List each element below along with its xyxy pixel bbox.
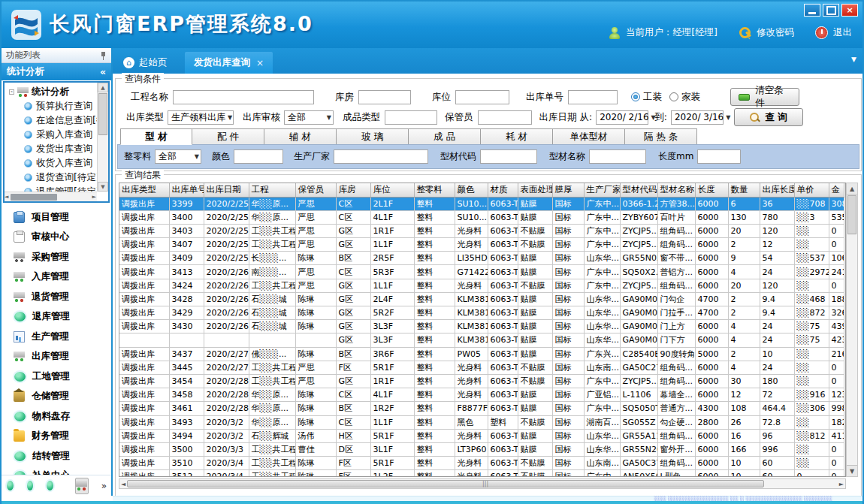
- table-cell[interactable]: 6063-T5: [488, 265, 518, 279]
- table-cell[interactable]: 国标: [552, 279, 584, 292]
- table-cell[interactable]: 国标: [552, 442, 584, 456]
- table-cell[interactable]: 国标: [552, 470, 584, 477]
- table-cell[interactable]: 严思: [295, 374, 336, 388]
- table-cell[interactable]: 4L1F: [370, 388, 414, 402]
- table-cell[interactable]: ░░: [794, 457, 829, 470]
- table-cell[interactable]: 整料: [414, 402, 455, 415]
- table-cell[interactable]: 山东华...: [584, 320, 620, 333]
- table-cell[interactable]: 整料: [414, 238, 455, 252]
- table-cell[interactable]: 调拨出库: [119, 429, 169, 442]
- table-cell[interactable]: 贴膜: [518, 210, 552, 224]
- table-cell[interactable]: 山东华...: [584, 306, 620, 320]
- table-cell[interactable]: 陈琳: [295, 320, 336, 333]
- table-cell[interactable]: 贴膜: [518, 333, 552, 347]
- table-cell[interactable]: L型角...: [657, 470, 695, 477]
- location-input[interactable]: [455, 90, 509, 104]
- table-cell[interactable]: 108: [728, 402, 760, 415]
- column-header[interactable]: 出库单号: [169, 183, 204, 197]
- table-cell[interactable]: ░░537: [794, 252, 829, 265]
- column-header[interactable]: 生产厂家: [584, 183, 620, 197]
- sidebar-item-green-dot[interactable]: 补单中心: [2, 466, 111, 475]
- table-cell[interactable]: 166: [728, 442, 760, 456]
- table-cell[interactable]: 广东中...: [584, 470, 620, 477]
- table-cell[interactable]: 0: [829, 442, 844, 456]
- table-cell[interactable]: 严思: [295, 210, 336, 224]
- table-cell[interactable]: 0: [829, 224, 844, 237]
- table-cell[interactable]: 不贴膜: [518, 224, 552, 237]
- table-cell[interactable]: 国标: [552, 265, 584, 279]
- table-cell[interactable]: 陈琳: [295, 457, 336, 470]
- table-cell[interactable]: 12: [760, 238, 794, 252]
- table-row[interactable]: 调拨出库34542020/2/28工░░共工程严思G区1R1F整料光身料6063…: [119, 374, 844, 388]
- table-cell[interactable]: 国标: [552, 429, 584, 442]
- table-cell[interactable]: 陈琳: [295, 402, 336, 415]
- table-cell[interactable]: 3L3F: [370, 333, 414, 347]
- table-cell[interactable]: GR55N26: [620, 442, 657, 456]
- table-cell[interactable]: 1L1F: [370, 415, 414, 429]
- material-tab[interactable]: 辅 材: [264, 128, 337, 145]
- table-cell[interactable]: 门上方: [657, 320, 695, 333]
- table-cell[interactable]: 5R3F: [370, 265, 414, 279]
- table-cell[interactable]: 3510: [169, 457, 204, 470]
- table-cell[interactable]: 工░░共工程: [249, 442, 295, 456]
- table-cell[interactable]: 0366-1.2: [620, 197, 657, 210]
- tree-root-statistics[interactable]: - 统计分析: [5, 84, 97, 99]
- table-cell[interactable]: 2R5F: [370, 252, 414, 265]
- table-cell[interactable]: 陈琳: [295, 470, 336, 477]
- table-cell[interactable]: 6000: [695, 252, 728, 265]
- length-input[interactable]: [697, 149, 741, 164]
- table-cell[interactable]: 陈琳: [295, 252, 336, 265]
- table-cell[interactable]: F区: [336, 457, 370, 470]
- table-cell[interactable]: 不贴膜: [518, 238, 552, 252]
- table-cell[interactable]: 汤伟: [295, 429, 336, 442]
- table-cell[interactable]: 216: [829, 347, 844, 361]
- table-cell[interactable]: 10: [760, 347, 794, 361]
- table-cell[interactable]: 36: [760, 197, 794, 210]
- table-cell[interactable]: 2020/2/28: [204, 374, 249, 388]
- table-cell[interactable]: 2L1F: [370, 197, 414, 210]
- table-cell[interactable]: 2020/2/26: [204, 292, 249, 306]
- table-cell[interactable]: 山东华...: [584, 429, 620, 442]
- table-cell[interactable]: 广东中...: [584, 238, 620, 252]
- sidebar-item-audit-clipboard[interactable]: 审核中心: [2, 228, 111, 248]
- table-cell[interactable]: 464.4: [760, 402, 794, 415]
- table-cell[interactable]: 陈琳: [295, 347, 336, 361]
- table-cell[interactable]: 调拨出库: [119, 470, 169, 477]
- table-cell[interactable]: 3407: [169, 238, 204, 252]
- sidebar-item-green-dot[interactable]: 退库管理: [2, 307, 111, 327]
- sidebar-panel-header[interactable]: 统计分析 «: [2, 63, 111, 80]
- table-cell[interactable]: 12: [728, 388, 760, 402]
- change-password-link[interactable]: 修改密码: [757, 26, 794, 39]
- table-cell[interactable]: 严思: [295, 197, 336, 210]
- tree-item[interactable]: 预算执行查询: [5, 99, 97, 113]
- table-cell[interactable]: 贴膜: [518, 197, 552, 210]
- sidebar-item-project-clipboard[interactable]: 项目管理: [2, 207, 111, 228]
- table-cell[interactable]: C区: [336, 415, 370, 429]
- table-cell[interactable]: 调拨出库: [119, 415, 169, 429]
- table-cell[interactable]: 6063-T5: [488, 429, 518, 442]
- order-no-input[interactable]: [568, 90, 618, 104]
- table-cell[interactable]: 调拨出库: [119, 306, 169, 320]
- table-cell[interactable]: D区: [336, 442, 370, 456]
- green-dot-icon[interactable]: [27, 481, 34, 490]
- table-cell[interactable]: 严思: [295, 265, 336, 279]
- table-row[interactable]: 调拨出库34932020/3/2华░░原...陈琳C区1L1F整料黑色塑料不贴膜…: [119, 415, 844, 429]
- table-cell[interactable]: 调拨出库: [119, 292, 169, 306]
- table-cell[interactable]: 6063-T5: [488, 457, 518, 470]
- table-cell[interactable]: 调拨出库: [119, 252, 169, 265]
- table-cell[interactable]: 120: [760, 224, 794, 237]
- table-cell[interactable]: 2: [728, 347, 760, 361]
- table-cell[interactable]: 调拨出库: [119, 442, 169, 456]
- table-cell[interactable]: ░░: [794, 374, 829, 388]
- logout-link[interactable]: 退出: [833, 26, 852, 39]
- table-cell[interactable]: 4700: [695, 292, 728, 306]
- table-cell[interactable]: 光身料: [455, 388, 488, 402]
- table-cell[interactable]: ░░872: [794, 306, 829, 320]
- table-cell[interactable]: 439: [829, 320, 844, 333]
- table-cell[interactable]: 调拨出库: [119, 347, 169, 361]
- table-cell[interactable]: 3430: [169, 320, 204, 333]
- search-button[interactable]: 查 询: [734, 108, 803, 126]
- table-cell[interactable]: 山东华...: [584, 442, 620, 456]
- table-cell[interactable]: 0: [829, 238, 844, 252]
- table-cell[interactable]: 6000: [695, 388, 728, 402]
